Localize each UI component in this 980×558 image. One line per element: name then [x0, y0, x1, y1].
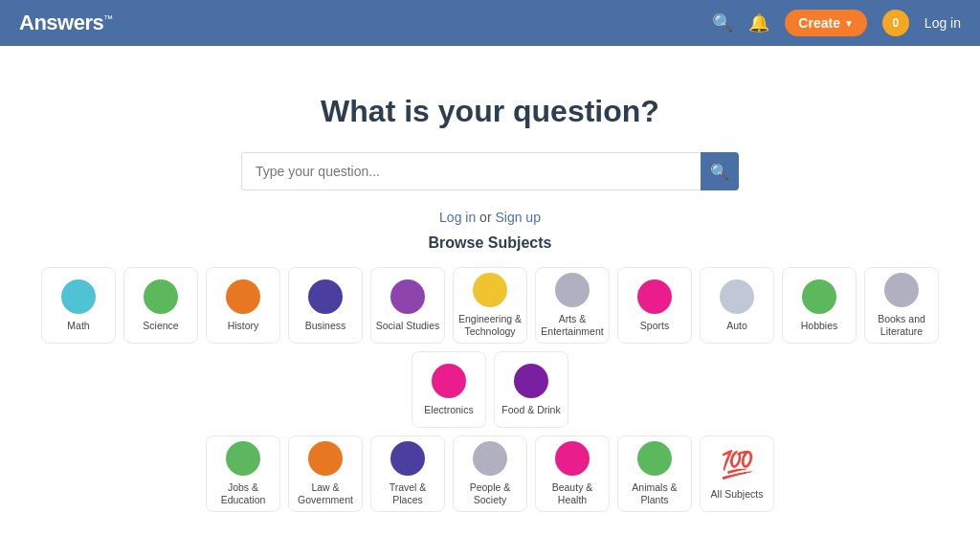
- subject-label: Social Studies: [372, 320, 444, 332]
- subject-dot: [802, 279, 836, 314]
- subject-label: Jobs & Education: [207, 481, 279, 505]
- subject-label: Sports: [636, 320, 673, 332]
- subject-dot: [884, 273, 919, 307]
- search-icon[interactable]: 🔍: [712, 12, 733, 33]
- subject-label: Math: [63, 320, 93, 332]
- subject-card-social-studies[interactable]: Social Studies: [370, 267, 445, 344]
- subject-card-hobbies[interactable]: Hobbies: [782, 267, 857, 344]
- search-submit-icon: 🔍: [710, 163, 729, 181]
- subject-dot: [226, 279, 260, 314]
- subject-card-beauty---health[interactable]: Beauty & Health: [535, 435, 610, 512]
- navbar: Answers™ 🔍 🔔 Create ▼ 0 Log in: [0, 0, 980, 46]
- subject-label: Auto: [723, 320, 751, 332]
- subject-dot: [473, 441, 507, 476]
- subject-label: Business: [301, 320, 350, 332]
- subject-dot: [720, 279, 754, 314]
- subject-dot: [308, 279, 343, 314]
- subject-dot: [555, 273, 590, 307]
- subject-label: Books and Literature: [865, 313, 938, 337]
- subject-card-history[interactable]: History: [206, 267, 280, 344]
- subject-label: Science: [139, 320, 182, 332]
- subject-card-law---government[interactable]: Law & Government: [288, 435, 363, 512]
- subject-label: Hobbies: [797, 320, 842, 332]
- subject-card-auto[interactable]: Auto: [700, 267, 774, 344]
- subject-card-books-and-literature[interactable]: Books and Literature: [864, 267, 939, 344]
- subject-card-travel---places[interactable]: Travel & Places: [370, 435, 445, 512]
- subject-dot: [226, 441, 260, 476]
- page-title: What is your question?: [19, 94, 961, 129]
- subject-card-arts---entertainment[interactable]: Arts & Entertainment: [535, 267, 610, 344]
- subject-dot: [390, 441, 425, 476]
- search-input[interactable]: [241, 152, 701, 190]
- subject-dot: [144, 279, 178, 314]
- navbar-left: Answers™: [19, 11, 113, 35]
- decorative-footer: [0, 550, 980, 558]
- login-link[interactable]: Log in: [439, 210, 476, 225]
- subject-label: Animals & Plants: [618, 481, 691, 505]
- browse-title: Browse Subjects: [19, 234, 961, 252]
- subject-label: Arts & Entertainment: [536, 313, 609, 337]
- subjects-row-1: MathScienceHistoryBusinessSocial Studies…: [19, 267, 961, 428]
- logo: Answers™: [19, 11, 113, 35]
- points-badge: 0: [882, 10, 909, 36]
- search-container: 🔍: [19, 152, 961, 190]
- subject-card-engineering---technology[interactable]: Engineering & Technology: [453, 267, 527, 344]
- subject-icon: 💯: [721, 448, 754, 482]
- nav-login-link[interactable]: Log in: [924, 15, 961, 31]
- subject-label: Food & Drink: [498, 404, 564, 416]
- subject-label: All Subjects: [707, 488, 768, 501]
- search-button[interactable]: 🔍: [701, 152, 739, 190]
- subject-card-animals---plants[interactable]: Animals & Plants: [617, 435, 692, 512]
- subject-label: Travel & Places: [371, 481, 444, 505]
- subject-card-food---drink[interactable]: Food & Drink: [494, 351, 568, 428]
- subject-label: Electronics: [420, 404, 477, 416]
- subject-dot: [61, 279, 96, 314]
- subjects-row-2: Jobs & EducationLaw & GovernmentTravel &…: [206, 435, 774, 512]
- notification-icon[interactable]: 🔔: [748, 12, 769, 33]
- subject-dot: [514, 364, 548, 398]
- subject-card-jobs---education[interactable]: Jobs & Education: [206, 435, 280, 512]
- auth-links: Log in or Sign up: [19, 210, 961, 225]
- subjects-container: MathScienceHistoryBusinessSocial Studies…: [19, 267, 961, 512]
- subject-label: History: [224, 320, 263, 332]
- subject-card-people---society[interactable]: People & Society: [453, 435, 527, 512]
- main-content: What is your question? 🔍 Log in or Sign …: [0, 46, 980, 550]
- subject-dot: [432, 364, 466, 398]
- signup-link[interactable]: Sign up: [495, 210, 540, 225]
- subject-label: People & Society: [454, 481, 526, 505]
- chevron-down-icon: ▼: [844, 18, 854, 29]
- subject-dot: [473, 273, 507, 307]
- subject-dot: [555, 441, 590, 476]
- subject-label: Law & Government: [289, 481, 362, 505]
- subject-dot: [308, 441, 343, 476]
- subject-card-electronics[interactable]: Electronics: [412, 351, 486, 428]
- subject-label: Engineering & Technology: [454, 313, 526, 337]
- subject-dot: [390, 279, 425, 314]
- subject-label: Beauty & Health: [536, 481, 609, 505]
- subject-dot: [637, 279, 672, 314]
- navbar-right: 🔍 🔔 Create ▼ 0 Log in: [712, 10, 961, 36]
- subject-dot: [637, 441, 672, 476]
- subject-card-math[interactable]: Math: [41, 267, 116, 344]
- subject-card-all-subjects[interactable]: 💯All Subjects: [700, 435, 774, 512]
- subject-card-science[interactable]: Science: [123, 267, 198, 344]
- subject-card-sports[interactable]: Sports: [617, 267, 692, 344]
- subject-card-business[interactable]: Business: [288, 267, 363, 344]
- create-button[interactable]: Create ▼: [785, 10, 867, 36]
